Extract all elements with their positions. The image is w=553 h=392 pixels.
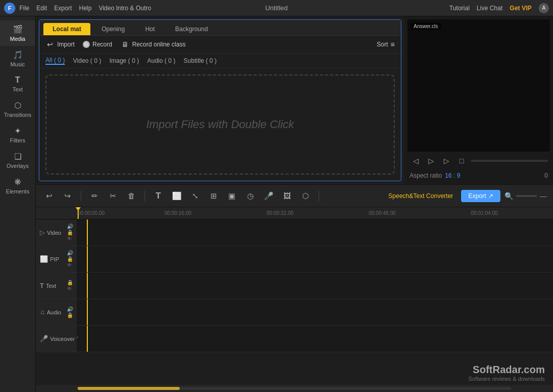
mic-button[interactable]: 🎤 [261,189,276,203]
redo-button[interactable]: ↪ [60,189,75,203]
media-toolbar: ↩ Import Record 🖥 Record online class So… [39,36,401,54]
tutorial-link[interactable]: Tutorial [449,5,470,12]
scrollbar-track[interactable] [78,387,511,390]
record-label: Record [92,41,112,48]
top-section: Local mat Opening Hot Background ↩ Impor… [36,16,553,185]
filter-image[interactable]: Image ( 0 ) [109,57,139,64]
sidebar-item-media[interactable]: 🎬 Media [0,20,35,46]
import-button[interactable]: ↩ Import [45,40,75,49]
track-lock-video[interactable]: 🔒 [67,230,73,235]
menu-help[interactable]: Help [79,5,92,12]
titlebar-right: Tutorial Live Chat Get VIP A [449,3,549,13]
filter-audio[interactable]: Audio ( 0 ) [147,57,175,64]
filter-all[interactable]: All ( 0 ) [45,57,65,65]
live-chat-link[interactable]: Live Chat [477,5,503,12]
text-format-button[interactable]: T [151,189,165,203]
tab-local-mat[interactable]: Local mat [43,23,90,35]
preview-controls: ◁ ▷ ▷ □ [407,152,550,170]
speech-text-button[interactable]: Speech&Text Converter [384,190,458,202]
screen-button[interactable]: ▣ [225,189,239,203]
text-track-icon: T [40,282,44,289]
menu-video-intro[interactable]: Video Intro & Outro [99,5,151,12]
filter-subtitle[interactable]: Subtitle ( 0 ) [184,57,217,64]
sidebar-item-elements[interactable]: ❋ Elements [0,173,35,199]
content-area: Local mat Opening Hot Background ↩ Impor… [36,16,553,392]
track-audio-toggle-pip[interactable]: 🔊 [67,250,73,256]
sidebar: 🎬 Media 🎵 Music T Text ⬡ Transitions ✦ F… [0,16,36,392]
zoom-in-icon[interactable]: — [540,192,547,200]
sort-button[interactable]: Sort ≡ [377,40,395,48]
sidebar-item-label: Elements [6,188,30,194]
playhead-triangle [76,207,81,211]
track-eye-text[interactable]: 👁 [67,286,73,291]
filter-video[interactable]: Video ( 0 ) [73,57,101,64]
sidebar-item-label: Media [10,36,26,42]
play-button[interactable]: ▷ [425,155,437,167]
export-button[interactable]: Export ↗ [461,190,500,202]
track-lock-audio[interactable]: 🔒 [67,312,73,318]
media-drop-zone[interactable]: Import Files with Double Click [45,75,395,175]
grid-button[interactable]: ⊞ [206,189,221,203]
timeline-scrollbar [36,385,553,392]
stop-button[interactable]: □ [455,155,468,167]
time-value: 0 [544,172,548,179]
aspect-label: Aspect ratio [410,172,442,179]
track-eye-pip[interactable]: 👁 [67,262,73,268]
scrollbar-thumb[interactable] [78,387,180,390]
menu-file[interactable]: File [19,5,29,12]
menu-edit[interactable]: Edit [36,5,47,12]
logo-letter: F [8,5,12,11]
track-eye-video[interactable]: 👁 [67,236,73,241]
sidebar-item-label: Transitions [4,112,31,118]
track-audio-toggle-video[interactable]: 🔊 [67,224,73,229]
get-vip-button[interactable]: Get VIP [510,5,532,12]
track-body-audio [78,299,553,325]
record-button[interactable]: Record [83,41,112,48]
record-online-button[interactable]: 🖥 Record online class [121,40,186,49]
tab-hot[interactable]: Hot [136,23,164,35]
track-controls-text: 🔒 👁 [67,280,73,291]
transform-button[interactable]: ⤡ [188,189,202,203]
audio-track-icon: ♫ [40,308,45,316]
track-label-audio: Audio [47,309,61,315]
zoom-slider[interactable] [516,195,537,197]
menu-export[interactable]: Export [54,5,72,12]
avatar[interactable]: A [539,3,549,13]
main-layout: 🎬 Media 🎵 Music T Text ⬡ Transitions ✦ F… [0,16,553,392]
crop-button[interactable]: ⬜ [170,189,184,203]
sort-label: Sort [377,41,388,48]
track-header-audio: ♫ Audio 🔊 🔒 [36,299,78,325]
media-icon: 🎬 [13,24,23,34]
ruler-marks: 00:00:00.00 00:00:16.00 00:00:32.00 00:0… [78,207,553,219]
tab-background[interactable]: Background [166,23,217,35]
ruler-mark-4: 00:01:04.00 [471,210,498,216]
next-frame-button[interactable]: ▷ [440,155,452,167]
tab-opening[interactable]: Opening [92,23,134,35]
app-logo: F [4,3,15,14]
track-playhead-pip [87,246,88,272]
track-audio-toggle-audio[interactable]: 🔊 [67,306,73,312]
cut-button[interactable]: ✂ [106,189,120,203]
prev-frame-button[interactable]: ◁ [410,155,422,167]
progress-bar[interactable] [471,160,548,162]
sidebar-item-music[interactable]: 🎵 Music [0,46,35,71]
sidebar-item-overlays[interactable]: ❑ Overlays [0,148,35,173]
track-lock-pip[interactable]: 🔒 [67,256,73,262]
track-header-voiceover: 🎤 Voiceover 🔊 🔒 [36,326,78,352]
record-icon [83,41,90,48]
overlays-icon: ❑ [14,152,21,161]
undo-button[interactable]: ↩ [42,189,56,203]
edit-pen-button[interactable]: ✏ [87,189,102,203]
export-label: Export [468,192,486,200]
track-video: ▷ Video 🔊 🔒 👁 [36,219,553,246]
sidebar-item-text[interactable]: T Text [0,71,35,96]
timer-button[interactable]: ◷ [243,189,257,203]
sidebar-item-filters[interactable]: ✦ Filters [0,122,35,148]
track-lock-text[interactable]: 🔒 [67,280,73,285]
sidebar-item-transitions[interactable]: ⬡ Transitions [0,96,35,122]
image-button[interactable]: 🖼 [280,189,294,203]
zoom-out-icon[interactable]: 🔍 [504,192,513,200]
voiceover-track-icon: 🎤 [40,335,48,342]
effects-button[interactable]: ⬡ [298,189,312,203]
delete-button[interactable]: 🗑 [124,189,138,203]
